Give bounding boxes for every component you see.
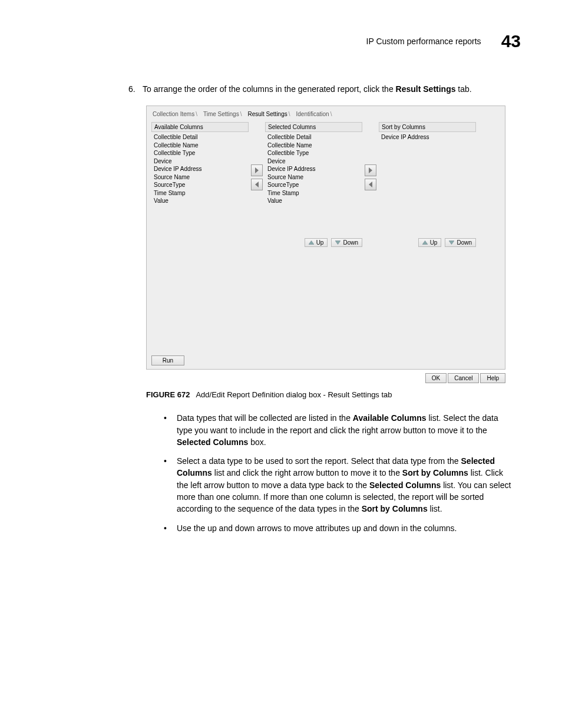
chevron-right-icon [368,167,373,173]
text: box. [248,437,266,447]
list-item[interactable]: Source Name [267,173,360,182]
tab-strip: Collection Items\ Time Settings\ Result … [147,106,505,118]
triangle-up-icon [422,241,428,245]
move-up-button[interactable]: Up [305,238,328,247]
run-button[interactable]: Run [151,355,184,365]
arrow-column-1 [249,122,265,192]
sortby-columns-list[interactable]: Device IP Address [379,132,476,235]
tab-identification[interactable]: Identification\ [294,110,336,118]
tab-label: Collection Items [153,111,194,117]
list-item[interactable]: Collectible Detail [267,133,360,141]
text: list and click the right arrow button to… [212,468,402,477]
list-item[interactable]: Value [154,197,246,205]
bullet-list: • Data types that will be collected are … [164,412,515,534]
step6-suffix: tab. [455,84,471,94]
list-item[interactable]: Collectible Type [154,149,246,157]
text: Data types that will be collected are li… [177,413,353,423]
down-label: Down [343,239,358,246]
move-right-button[interactable] [251,164,263,176]
header-title: IP Custom performance reports [366,37,481,46]
dialog-footer: OK Cancel Help [146,370,507,384]
move-right-button[interactable] [365,164,376,176]
panel-result-settings: Available Columns Collectible Detail Col… [147,118,505,352]
list-item[interactable]: Device [154,157,246,166]
figure-caption: FIGURE 672Add/Edit Report Definition dia… [146,390,521,399]
cancel-button[interactable]: Cancel [448,373,479,383]
down-label: Down [457,239,472,246]
chevron-left-icon [368,182,373,187]
selected-columns-list[interactable]: Collectible Detail Collectible Name Coll… [265,132,362,235]
bold-text: Selected Columns [177,437,248,447]
list-item[interactable]: Source Name [154,173,246,182]
move-left-button[interactable] [365,179,376,190]
triangle-down-icon [335,241,340,245]
bold-text: Available Columns [353,413,427,423]
triangle-up-icon [309,241,314,245]
figure-caption-text: Add/Edit Report Definition dialog box - … [196,390,392,399]
triangle-down-icon [449,241,454,245]
step6-bold: Result Settings [396,84,456,94]
list-item[interactable]: Collectible Name [154,141,246,150]
bold-text: Selected Columns [369,480,441,490]
available-columns-block: Available Columns Collectible Detail Col… [151,122,249,235]
selected-columns-block: Selected Columns Collectible Detail Coll… [265,122,362,247]
bold-text: Sort by Columns [362,504,428,513]
tab-label: Time Settings [203,111,239,117]
step-number: 6. [128,83,143,95]
arrow-column-2 [362,122,379,192]
selected-columns-label: Selected Columns [265,122,362,132]
text: Use the up and down arrows to move attri… [177,523,457,533]
figure-672: Collection Items\ Time Settings\ Result … [146,106,521,384]
move-left-button[interactable] [251,179,263,190]
bullet-mark: • [164,455,177,515]
bullet-2: • Select a data type to be used to sort … [164,455,515,515]
list-item[interactable]: Collectible Type [267,149,360,157]
list-item[interactable]: SourceType [154,181,246,189]
dialog-box: Collection Items\ Time Settings\ Result … [146,106,505,370]
move-down-button[interactable]: Down [445,238,476,247]
chapter-number: 43 [501,32,521,50]
tab-label: Result Settings [247,111,287,117]
text: list. [428,504,442,513]
tab-label: Identification [296,111,329,117]
list-item[interactable]: Time Stamp [267,189,360,197]
available-columns-list[interactable]: Collectible Detail Collectible Name Coll… [151,132,249,235]
tab-collection-items[interactable]: Collection Items\ [150,110,201,118]
list-item[interactable]: Device IP Address [154,165,246,173]
step-text: To arrange the order of the columns in t… [143,83,521,95]
sortby-columns-label: Sort by Columns [379,122,476,132]
bullet-mark: • [164,522,177,534]
step6-prefix: To arrange the order of the columns in t… [143,84,396,94]
list-item[interactable]: Value [267,197,360,205]
up-label: Up [316,239,324,246]
tab-result-settings[interactable]: Result Settings\ [245,110,293,118]
list-item[interactable]: SourceType [267,181,360,189]
move-down-button[interactable]: Down [331,238,362,247]
page-header: IP Custom performance reports 43 [53,32,521,50]
tab-time-settings[interactable]: Time Settings\ [201,110,246,118]
bullet-mark: • [164,412,177,448]
step-6: 6. To arrange the order of the columns i… [128,83,521,95]
chevron-right-icon [254,167,259,173]
run-row: Run [147,352,505,369]
list-item[interactable]: Device IP Address [381,133,474,141]
figure-label: FIGURE 672 [146,390,190,399]
text: Select a data type to be used to sort th… [177,456,461,466]
help-button[interactable]: Help [480,373,505,383]
list-item[interactable]: Collectible Detail [154,133,246,141]
list-item[interactable]: Time Stamp [154,189,246,197]
ok-button[interactable]: OK [425,373,447,383]
up-label: Up [430,239,438,246]
move-up-button[interactable]: Up [418,238,442,247]
list-item[interactable]: Device IP Address [267,165,360,173]
bold-text: Sort by Columns [402,468,468,477]
sortby-columns-block: Sort by Columns Device IP Address Up [379,122,476,247]
bullet-1: • Data types that will be collected are … [164,412,515,448]
available-columns-label: Available Columns [151,122,249,132]
bullet-3: • Use the up and down arrows to move att… [164,522,515,534]
list-item[interactable]: Collectible Name [267,141,360,150]
chevron-left-icon [254,182,259,187]
list-item[interactable]: Device [267,157,360,166]
